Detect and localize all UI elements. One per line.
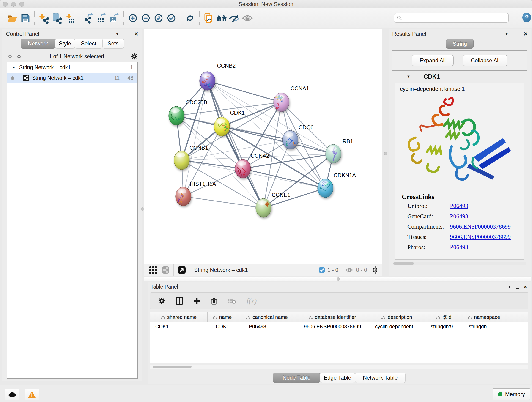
table-hscrollbar[interactable] xyxy=(150,365,528,369)
expand-all-button[interactable]: Expand All xyxy=(412,55,454,66)
tab-edge-table[interactable]: Edge Table xyxy=(320,373,355,383)
hidden-eye-icon[interactable] xyxy=(346,267,353,273)
right-divider-handle[interactable] xyxy=(384,152,387,155)
table-toolbar: f(x) xyxy=(150,293,528,309)
export-network-button[interactable] xyxy=(82,11,95,25)
import-table-button[interactable] xyxy=(63,11,76,25)
column-header[interactable]: @id xyxy=(426,313,462,322)
crosslink-link[interactable]: P06493 xyxy=(450,203,468,210)
network-node-CDK1[interactable]: CDK1 xyxy=(214,109,245,136)
apply-layout-button[interactable] xyxy=(184,11,196,25)
function-builder-icon[interactable]: f(x) xyxy=(247,297,257,305)
collapse-all-icon[interactable] xyxy=(7,53,13,59)
crosslinks-title: CrossLinks xyxy=(402,193,434,201)
string-view-icon[interactable] xyxy=(162,266,169,274)
panel-close-icon[interactable]: × xyxy=(524,32,527,36)
crosslink-link[interactable]: 9606.ENSP00000378699 xyxy=(450,234,511,240)
crosslink-link[interactable]: 9606.ENSP00000378699 xyxy=(450,223,511,230)
crosslink-link[interactable]: P06493 xyxy=(450,213,468,220)
column-header[interactable]: shared name xyxy=(150,313,208,322)
tab-node-table[interactable]: Node Table xyxy=(273,373,320,383)
network-node-CDKN1A[interactable]: CDKN1A xyxy=(317,172,356,198)
expand-all-icon[interactable] xyxy=(16,53,22,59)
splitter-handle[interactable] xyxy=(336,277,340,281)
network-graph[interactable]: CCNB2CCNA1CDC25BCDK1CDC6RB1CCNB1CCNA2CDK… xyxy=(144,29,382,264)
zoom-out-button[interactable] xyxy=(139,11,152,25)
network-view[interactable]: CCNB2CCNA1CDC25BCDK1CDC6RB1CCNB1CCNA2CDK… xyxy=(144,29,382,264)
detach-view-icon[interactable] xyxy=(178,266,186,274)
left-divider-handle[interactable] xyxy=(141,207,144,211)
add-column-icon[interactable] xyxy=(176,297,183,305)
tab-select[interactable]: Select xyxy=(75,38,102,49)
table-panel: Table Panel ▼ × xyxy=(148,282,531,384)
sitemap-icon xyxy=(161,316,165,319)
column-header[interactable]: canonical name xyxy=(237,313,297,322)
panel-undock-icon[interactable] xyxy=(125,32,129,36)
tab-string[interactable]: String xyxy=(446,39,474,49)
string-protein-query-button[interactable] xyxy=(203,11,215,25)
network-collection-row[interactable]: ▼ String Network – cdk1 1 xyxy=(7,62,138,73)
delete-icon[interactable] xyxy=(211,297,217,305)
save-session-button[interactable] xyxy=(19,11,32,25)
entry-description: cyclin–dependent kinase 1 xyxy=(395,83,524,92)
refresh-icon xyxy=(185,13,196,23)
network-node-RB1[interactable]: RB1 xyxy=(326,138,353,163)
search-input[interactable] xyxy=(402,15,506,21)
panel-close-icon[interactable]: × xyxy=(524,285,527,289)
add-row-icon[interactable] xyxy=(193,298,200,304)
export-table-button[interactable] xyxy=(95,11,108,25)
zoom-selected-button[interactable] xyxy=(165,11,178,25)
network-node-CCNB2[interactable]: CCNB2 xyxy=(200,63,235,90)
table-row[interactable]: CDK1 CDK1 P06493 9606.ENSP00000378699 cy… xyxy=(150,322,528,331)
entry-expander-icon[interactable]: ▼ xyxy=(407,75,410,79)
tab-sets[interactable]: Sets xyxy=(102,38,124,49)
warnings-button[interactable] xyxy=(25,389,39,400)
collection-count: 1 xyxy=(130,64,133,70)
selected-checkbox-icon[interactable] xyxy=(319,267,325,273)
cloud-status-button[interactable] xyxy=(5,389,19,400)
memory-button[interactable]: Memory xyxy=(493,389,530,400)
import-network-file-button[interactable] xyxy=(38,11,51,25)
collapse-all-button[interactable]: Collapse All xyxy=(463,55,507,66)
panel-float-icon[interactable]: ▼ xyxy=(116,32,119,36)
zoom-in-button[interactable] xyxy=(127,11,139,25)
network-row[interactable]: String Network – cdk1 11 48 xyxy=(7,73,138,83)
help-button[interactable]: ? xyxy=(522,13,531,22)
crosslink-link[interactable]: P06493 xyxy=(450,244,468,251)
panel-undock-icon[interactable] xyxy=(514,32,518,36)
import-network-database-button[interactable] xyxy=(51,11,63,25)
gear-icon[interactable] xyxy=(131,53,138,60)
hide-unhide-button[interactable] xyxy=(228,11,241,25)
tab-style[interactable]: Style xyxy=(55,38,75,49)
grid-view-icon[interactable] xyxy=(149,266,157,274)
export-image-button[interactable] xyxy=(108,11,120,25)
column-header[interactable]: database identifier xyxy=(297,313,368,322)
column-header[interactable]: name xyxy=(208,313,237,322)
status-bar: Memory xyxy=(0,385,532,402)
table-gear-icon[interactable] xyxy=(158,297,165,305)
show-hide-panels-button[interactable] xyxy=(241,11,254,25)
results-scrollbar[interactable] xyxy=(393,262,526,265)
column-header[interactable]: description xyxy=(368,313,426,322)
node-label-CCNE1: CCNE1 xyxy=(272,192,290,198)
open-session-button[interactable] xyxy=(6,11,19,25)
panel-float-icon[interactable]: ▼ xyxy=(505,32,508,36)
panel-close-icon[interactable]: × xyxy=(134,32,138,36)
network-node-HIST1H1A[interactable]: HIST1H1A xyxy=(176,181,216,206)
tab-network[interactable]: Network xyxy=(21,38,55,49)
zoom-fit-button[interactable] xyxy=(152,11,165,25)
title-bar: Session: New Session xyxy=(0,0,532,8)
column-header[interactable]: namespace xyxy=(462,313,528,322)
cell-description: cyclin-dependent ... xyxy=(368,324,426,330)
panel-float-icon[interactable]: ▼ xyxy=(508,285,511,288)
table-panel-title: Table Panel xyxy=(151,284,178,290)
panel-undock-icon[interactable] xyxy=(515,285,519,289)
birdseye-icon[interactable] xyxy=(371,266,380,274)
tree-expander-icon[interactable]: ▼ xyxy=(12,65,16,70)
toolbar-separator xyxy=(173,264,174,276)
sitemap-icon xyxy=(436,316,440,319)
clear-table-icon[interactable] xyxy=(228,298,236,304)
tab-network-table[interactable]: Network Table xyxy=(355,373,405,383)
home-networks-button[interactable] xyxy=(215,11,228,25)
network-node-CCNA1[interactable]: CCNA1 xyxy=(273,85,309,112)
